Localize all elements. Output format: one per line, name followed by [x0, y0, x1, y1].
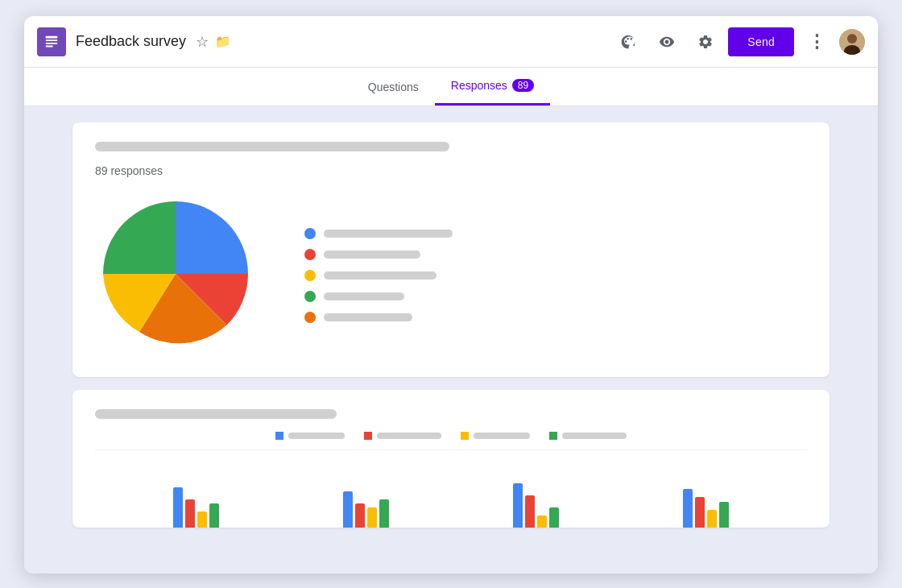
legend-bar-green [324, 292, 404, 300]
app-icon [37, 27, 66, 56]
legend-item-yellow [304, 270, 453, 281]
bar-legend-text-blue [288, 433, 345, 439]
doc-title: Feedback survey [76, 33, 186, 50]
browser-window: Feedback survey ☆ 📁 Send ⋮ [24, 16, 878, 574]
bar-3-yellow [537, 516, 547, 528]
legend-bar-blue [324, 230, 453, 238]
bar-chart-title-placeholder [95, 409, 337, 419]
bar-2-blue [343, 491, 353, 528]
bar-3-green [549, 507, 559, 528]
legend-dot-yellow [304, 270, 316, 281]
legend-item-orange [304, 312, 453, 323]
bar-group-4 [683, 489, 729, 528]
legend-dot-red [304, 249, 316, 260]
pie-legend [304, 228, 453, 323]
bar-legend-dot-green [549, 432, 557, 440]
bar-legend-dot-red [364, 432, 372, 440]
settings-button[interactable] [689, 26, 722, 58]
bar-chart-legend [95, 432, 807, 450]
send-button[interactable]: Send [728, 27, 794, 56]
bar-4-blue [683, 489, 693, 528]
palette-button[interactable] [612, 26, 644, 58]
bar-legend-item-red [364, 432, 441, 440]
pie-chart-card: 89 responses [72, 122, 830, 377]
legend-bar-orange [324, 313, 412, 321]
bar-chart-card [72, 390, 830, 528]
bar-3-blue [513, 483, 523, 528]
svg-rect-0 [46, 35, 58, 38]
responses-count: 89 responses [95, 164, 807, 177]
responses-badge: 89 [512, 79, 534, 92]
bar-legend-dot-blue [275, 432, 283, 440]
bar-legend-item-blue [275, 432, 345, 440]
chart-section [95, 193, 807, 358]
svg-rect-2 [46, 42, 58, 43]
pie-chart [95, 193, 256, 358]
top-actions: Send ⋮ [612, 26, 865, 58]
bar-group-3 [513, 483, 559, 528]
tab-questions[interactable]: Questions [352, 68, 435, 106]
bar-legend-item-yellow [461, 432, 530, 440]
legend-dot-green [304, 291, 316, 302]
bar-2-red [355, 503, 365, 528]
preview-button[interactable] [651, 26, 683, 58]
bar-legend-text-red [377, 433, 441, 439]
avatar [839, 29, 865, 55]
bar-1-yellow [197, 511, 207, 528]
legend-bar-red [324, 251, 420, 259]
legend-dot-blue [304, 228, 316, 239]
bar-legend-text-yellow [474, 433, 530, 439]
bar-1-blue [173, 487, 183, 528]
top-bar: Feedback survey ☆ 📁 Send ⋮ [24, 16, 878, 68]
bar-3-red [525, 495, 535, 528]
bar-group-2 [343, 491, 389, 528]
folder-icon[interactable]: 📁 [215, 34, 231, 49]
card-title-placeholder [95, 142, 449, 151]
bar-4-green [719, 502, 729, 528]
legend-item-blue [304, 228, 453, 239]
bar-legend-item-green [549, 432, 627, 440]
bar-legend-dot-yellow [461, 432, 469, 440]
tabs-bar: Questions Responses 89 [24, 68, 878, 106]
bar-legend-text-green [562, 433, 627, 439]
svg-rect-1 [46, 39, 58, 41]
legend-dot-orange [304, 312, 316, 323]
bar-chart-area [95, 463, 807, 528]
bar-4-red [695, 497, 705, 528]
legend-bar-yellow [324, 271, 437, 280]
bar-2-yellow [367, 507, 377, 528]
bar-group-1 [173, 487, 219, 528]
legend-item-red [304, 249, 453, 260]
svg-point-5 [847, 34, 857, 43]
star-icon[interactable]: ☆ [196, 33, 209, 51]
svg-rect-3 [46, 45, 53, 47]
bar-1-green [209, 503, 219, 528]
more-button[interactable]: ⋮ [801, 26, 833, 58]
bar-4-yellow [707, 510, 717, 528]
bar-1-red [185, 499, 195, 528]
tab-responses[interactable]: Responses 89 [435, 68, 550, 106]
main-content: 89 responses [24, 106, 878, 574]
bar-2-green [379, 499, 389, 528]
legend-item-green [304, 291, 453, 302]
